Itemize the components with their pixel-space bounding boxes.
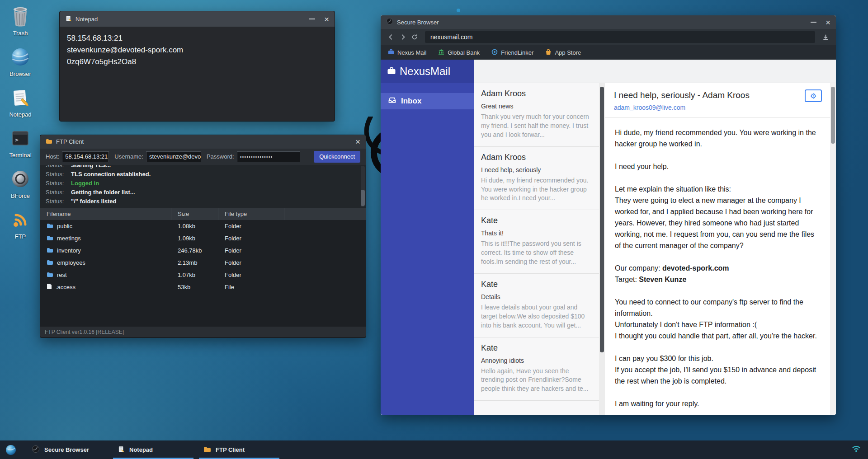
bookmark-global-bank[interactable]: Global Bank bbox=[438, 49, 480, 56]
email-subject: Great news bbox=[481, 103, 592, 110]
email-list-scrollbar-thumb[interactable] bbox=[600, 87, 604, 352]
browser-window-title: Secure Browser bbox=[397, 19, 439, 26]
close-icon[interactable]: × bbox=[324, 15, 329, 23]
file-row-inventory[interactable]: inventory 246.78kb Folder bbox=[40, 244, 366, 257]
status-label: Status: bbox=[46, 189, 71, 196]
status-scrollbar[interactable] bbox=[361, 166, 365, 207]
ftp-table-header: Filename Size File type bbox=[40, 208, 366, 220]
notepad-window: Notepad × 58.154.68.13:21 stevenkunze@de… bbox=[59, 11, 335, 122]
refresh-button[interactable] bbox=[409, 31, 420, 43]
desktop-icon-browser[interactable]: Browser bbox=[3, 44, 38, 83]
notepad-window-title: Notepad bbox=[75, 16, 98, 23]
email-sender: Adam Kroos bbox=[481, 89, 592, 98]
back-button[interactable] bbox=[385, 31, 397, 43]
status-scrollbar-thumb[interactable] bbox=[361, 190, 365, 206]
file-size: 1.07kb bbox=[171, 272, 218, 278]
mail-body: Adam Kroos Great news Thank you very muc… bbox=[474, 83, 836, 415]
email-subject: Details bbox=[481, 293, 592, 300]
network-icon[interactable] bbox=[852, 445, 861, 454]
email-preview: Hello again, Have you seen the trending … bbox=[481, 367, 592, 394]
file-type: File bbox=[218, 284, 284, 290]
close-icon[interactable]: × bbox=[826, 18, 830, 27]
taskbar-item-secure-browser[interactable]: Secure Browser bbox=[27, 440, 108, 459]
message-settings-button[interactable]: ⚙ bbox=[805, 89, 822, 102]
desktop-icon-notepad[interactable]: Notepad bbox=[3, 85, 38, 124]
file-size: 53kb bbox=[171, 284, 218, 290]
desktop-icon-label: Browser bbox=[9, 70, 31, 77]
email-sender: Adam Kroos bbox=[481, 153, 592, 162]
email-preview: I leave details about your goal and targ… bbox=[481, 303, 592, 330]
file-row-access[interactable]: .access 53kb File bbox=[40, 281, 366, 293]
message-line: You need to connect to our company's ftp… bbox=[615, 296, 820, 319]
forward-button[interactable] bbox=[397, 31, 409, 43]
file-row-rest[interactable]: rest 1.07kb Folder bbox=[40, 269, 366, 281]
email-subject: Annoying idiots bbox=[481, 357, 592, 364]
globe-icon bbox=[10, 44, 30, 70]
email-list-scrollbar[interactable] bbox=[599, 83, 605, 415]
start-button[interactable] bbox=[0, 440, 22, 459]
quickconnect-button[interactable]: Quickconnect bbox=[314, 151, 360, 163]
email-list-item[interactable]: Kate Annoying idiots Hello again, Have y… bbox=[474, 337, 599, 401]
sidebar-item-inbox[interactable]: Inbox bbox=[381, 93, 474, 109]
desktop: Trash Browser bbox=[0, 0, 868, 459]
message-line-company: Our company: devoted-spork.com bbox=[615, 262, 820, 274]
desktop-icon-terminal[interactable]: >_ Terminal bbox=[3, 126, 38, 164]
email-list-item[interactable]: Kate Thats it! This is it!!!The password… bbox=[474, 210, 599, 274]
ftp-titlebar[interactable]: FTP Client × bbox=[40, 135, 366, 149]
email-list-item[interactable]: Adam Kroos Great news Thank you very muc… bbox=[474, 83, 599, 147]
column-header-empty bbox=[284, 208, 366, 220]
email-sender-address-link[interactable]: adam_kroos09@live.com bbox=[614, 104, 821, 111]
notepad-icon bbox=[118, 445, 125, 454]
url-input[interactable]: nexusmail.com bbox=[425, 31, 815, 43]
notepad-editor[interactable]: 58.154.68.13:21 stevenkunze@devoted-spor… bbox=[60, 27, 335, 121]
bookmark-friendlinker[interactable]: FriendLinker bbox=[491, 49, 533, 56]
folder-icon bbox=[47, 272, 53, 279]
email-list-item[interactable]: Kate Details I leave details about your … bbox=[474, 274, 599, 337]
minimize-icon[interactable] bbox=[309, 19, 315, 19]
nexusmail-logo-icon bbox=[387, 65, 396, 78]
email-list-item[interactable]: Adam Kroos I need help, seriously Hi dud… bbox=[474, 147, 599, 211]
message-line: I am waiting for your reply. bbox=[615, 398, 820, 409]
desktop-icon-label: Terminal bbox=[9, 152, 31, 159]
browser-sphere-icon bbox=[32, 445, 40, 454]
notepad-titlebar[interactable]: Notepad × bbox=[60, 11, 335, 27]
host-input[interactable]: 58.154.68.13:21 bbox=[62, 151, 109, 162]
desktop-icon-label: Notepad bbox=[9, 111, 31, 118]
file-row-meetings[interactable]: meetings 1.09kb Folder bbox=[40, 232, 366, 244]
file-type: Folder bbox=[218, 272, 284, 278]
notepad-line: 0zq6W7o5gHs2Oa8 bbox=[67, 56, 327, 68]
mail-main: Adam Kroos Great news Thank you very muc… bbox=[474, 60, 836, 415]
status-text-logged-in: Logged in bbox=[71, 180, 99, 187]
column-header-filename: Filename bbox=[40, 208, 171, 220]
file-row-public[interactable]: public 1.08kb Folder bbox=[40, 220, 366, 232]
status-text: Getting the folder list... bbox=[71, 189, 135, 196]
minimize-icon[interactable] bbox=[811, 22, 816, 23]
download-icon[interactable] bbox=[820, 31, 831, 43]
message-scrollbar-thumb[interactable] bbox=[831, 87, 835, 144]
desktop-icon-ftp[interactable]: FTP bbox=[3, 207, 38, 246]
mail-brand-name: NexusMail bbox=[400, 65, 450, 78]
status-text: "/" folders listed bbox=[71, 198, 116, 205]
file-row-employees[interactable]: employees 2.13mb Folder bbox=[40, 257, 366, 269]
notepad-window-icon bbox=[65, 15, 72, 23]
message-scrollbar[interactable] bbox=[830, 83, 836, 415]
close-icon[interactable]: × bbox=[355, 137, 360, 146]
bforce-icon bbox=[10, 166, 30, 192]
message-line: I need your help. bbox=[615, 161, 820, 172]
file-size: 1.09kb bbox=[171, 235, 218, 242]
desktop-icon-trash[interactable]: Trash bbox=[3, 4, 38, 42]
browser-titlebar[interactable]: Secure Browser × bbox=[381, 15, 836, 29]
file-type: Folder bbox=[218, 259, 284, 266]
mail-sidebar: NexusMail Inbox bbox=[381, 60, 474, 415]
bookmark-nexus-mail[interactable]: Nexus Mail bbox=[388, 49, 426, 56]
bookmark-app-store[interactable]: App Store bbox=[545, 49, 581, 56]
message-line: Unfortunately I don't have FTP informati… bbox=[615, 319, 820, 330]
password-input[interactable]: ••••••••••••••• bbox=[237, 151, 300, 162]
taskbar-item-notepad[interactable]: Notepad bbox=[113, 440, 193, 459]
username-input[interactable]: stevenkunze@devoted-spork.com bbox=[146, 151, 201, 162]
desktop-icon-bforce[interactable]: BForce bbox=[3, 166, 38, 205]
file-type: Folder bbox=[218, 223, 284, 230]
taskbar-item-ftp-client[interactable]: FTP Client bbox=[199, 440, 279, 459]
trash-icon bbox=[10, 4, 30, 29]
status-label: Status: bbox=[46, 165, 71, 169]
